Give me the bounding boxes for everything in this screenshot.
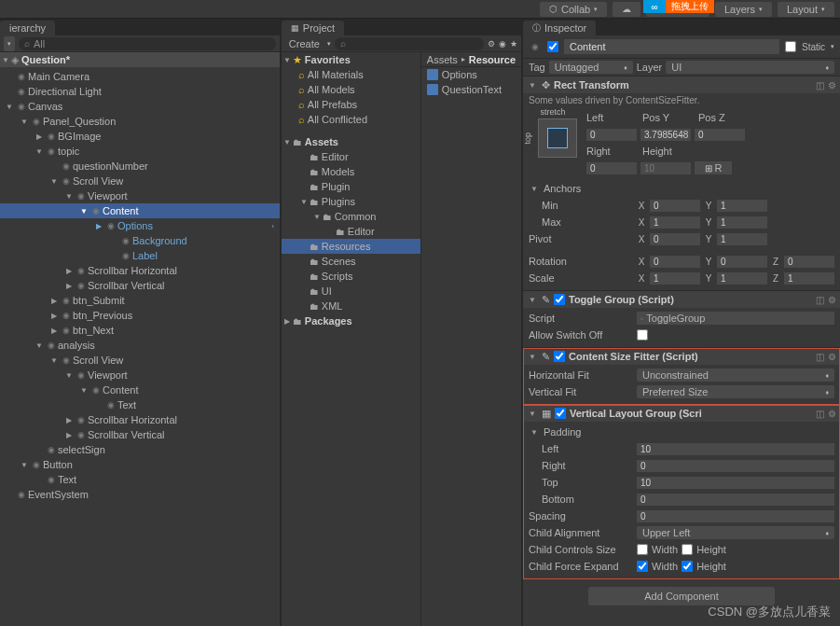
filter-icon[interactable]: ⚙ [488,39,495,49]
hierarchy-row[interactable]: ▼Scroll View [0,174,280,188]
rot-x[interactable]: 0 [650,256,700,268]
folder-item[interactable]: ▼🖿Common [282,209,420,224]
blueprint-button[interactable]: ⊞ R [695,161,732,174]
posy-field[interactable]: 3.7985648 [640,129,691,141]
spacing[interactable]: 0 [637,510,834,522]
inspector-tab[interactable]: ⓘInspector [523,21,596,35]
upload-badge[interactable]: ∞ 拖拽上传 [643,0,714,13]
hierarchy-row[interactable]: ▼Canvas [0,99,280,114]
rot-y[interactable]: 0 [717,256,767,268]
scl-y[interactable]: 1 [717,272,767,285]
hierarchy-row[interactable]: EventSystem [0,487,280,502]
pivot-y[interactable]: 1 [717,233,767,245]
folder-item[interactable]: 🖿Models [282,164,420,179]
folder-item[interactable]: 🖿Resources [282,239,420,254]
hierarchy-row[interactable]: Text [0,472,280,487]
hierarchy-row[interactable]: ▶btn_Submit [0,293,280,308]
active-checkbox[interactable] [547,41,558,52]
hierarchy-row[interactable]: Directional Light [0,84,280,99]
hierarchy-row[interactable]: ▶btn_Previous [0,308,280,323]
layout-button[interactable]: Layout ▾ [778,2,834,17]
layers-button[interactable]: Layers ▾ [715,2,772,17]
hierarchy-tab[interactable]: ierarchy [0,21,55,35]
help-icon[interactable]: ◫ [816,295,824,305]
align-dropdown[interactable]: Upper Left♦ [637,526,834,539]
ctrl-height[interactable] [682,544,693,555]
tag-dropdown[interactable]: Untagged♦ [549,61,633,74]
max-x[interactable]: 1 [650,216,700,229]
packages-header[interactable]: ▶🖿Packages [282,313,420,328]
hierarchy-row[interactable]: ▶Options› [0,218,280,233]
max-y[interactable]: 1 [717,216,767,229]
fold-icon[interactable]: ▼ [527,353,538,361]
min-y[interactable]: 1 [717,200,767,212]
hierarchy-row[interactable]: ▶Scrollbar Vertical [0,427,280,442]
breadcrumb[interactable]: Assets ▸ Resource [421,52,521,67]
fold-icon[interactable]: ▼ [527,296,538,304]
asset-item[interactable]: QuestionText [421,82,521,97]
hierarchy-row[interactable]: ▼Scroll View [0,353,280,368]
hierarchy-row[interactable]: ▼Panel_Question [0,114,280,129]
anchors-fold[interactable]: ▼ [529,185,540,193]
scl-x[interactable]: 1 [650,272,700,285]
pad-top[interactable]: 10 [637,477,834,489]
expand-width[interactable] [637,561,648,572]
hierarchy-row[interactable]: ▼Content [0,383,280,397]
project-search[interactable] [335,37,484,50]
object-name-field[interactable]: Content [564,39,779,54]
hierarchy-row[interactable]: ▶btn_Next [0,323,280,338]
add-component-button[interactable]: Add Component [588,587,775,605]
help-icon[interactable]: ◫ [816,352,824,362]
fold-icon[interactable]: ▼ [527,410,538,418]
favorite-item[interactable]: ⌕All Models [282,82,420,97]
folder-item[interactable]: 🖿XML [282,299,420,313]
component-enabled[interactable] [554,294,565,305]
preset-icon[interactable]: ⚙ [828,352,836,362]
hierarchy-row[interactable]: ▼Viewport [0,188,280,203]
preset-icon[interactable]: ⚙ [828,80,836,90]
collab-button[interactable]: ⬡ Collab ▾ [540,2,607,17]
scl-z[interactable]: 1 [784,272,834,285]
folder-item[interactable]: 🖿Scenes [282,254,420,269]
folder-item[interactable]: ▼🖿Plugins [282,194,420,209]
hierarchy-row[interactable]: ▼Button [0,457,280,472]
padding-fold[interactable]: ▼ [529,428,540,437]
hierarchy-row[interactable]: ▶Scrollbar Horizontal [0,412,280,427]
ctrl-width[interactable] [637,544,648,555]
hierarchy-row[interactable]: Label [0,248,280,263]
folder-item[interactable]: 🖿Editor [282,149,420,164]
pivot-x[interactable]: 0 [650,233,700,245]
posz-field[interactable]: 0 [695,129,745,141]
assets-header[interactable]: ▼🖿Assets [282,134,420,149]
hierarchy-row[interactable]: questionNumber [0,159,280,174]
create-dropdown[interactable]: ▾ [4,36,15,51]
right-field[interactable]: 0 [586,162,637,174]
hierarchy-row[interactable]: ▶BGImage [0,129,280,144]
layer-dropdown[interactable]: UI♦ [666,61,834,74]
project-tab[interactable]: ▦Project [282,21,344,35]
pad-right[interactable]: 0 [637,460,834,472]
eye-icon[interactable]: ◉ [499,39,506,49]
hfit-dropdown[interactable]: Unconstrained♦ [637,369,834,382]
folder-item[interactable]: 🖿Editor [282,224,420,239]
asset-item[interactable]: Options [421,67,521,82]
hierarchy-row[interactable]: selectSign [0,442,280,457]
allow-switch-checkbox[interactable] [637,329,648,341]
favorites-header[interactable]: ▼★Favorites [282,52,420,67]
anchor-preset[interactable] [538,118,577,158]
hierarchy-row[interactable]: Main Camera [0,69,280,84]
height-field[interactable]: 10 [640,162,691,174]
left-field[interactable]: 0 [586,129,637,141]
folder-item[interactable]: 🖿UI [282,284,420,299]
folder-item[interactable]: 🖿Plugin [282,179,420,194]
cloud-button[interactable]: ☁ [613,2,640,17]
hierarchy-search[interactable]: All [19,37,276,50]
expand-height[interactable] [682,561,693,572]
star-icon[interactable]: ★ [510,39,517,49]
help-icon[interactable]: ◫ [816,80,824,90]
hierarchy-row[interactable]: Background [0,233,280,248]
component-enabled[interactable] [554,351,565,362]
pad-left[interactable]: 10 [637,443,834,455]
hierarchy-row[interactable]: ▼Content [0,203,280,218]
component-enabled[interactable] [555,408,566,419]
